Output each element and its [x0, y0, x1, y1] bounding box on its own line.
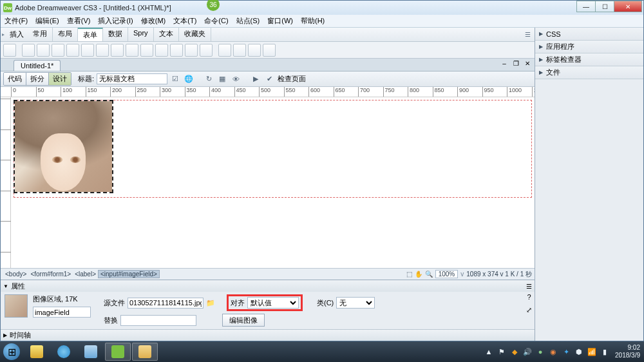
zoom-tool-icon[interactable]: 🔍 — [425, 271, 433, 278]
tab-fav[interactable]: 收藏夹 — [179, 28, 211, 41]
task-ie[interactable] — [51, 343, 77, 361]
check-page-label[interactable]: 检查页面 — [278, 74, 306, 84]
code-view-button[interactable]: 代码 — [4, 73, 26, 85]
tray-net-icon[interactable]: ● — [535, 347, 545, 357]
menu-modify[interactable]: 修改(M) — [141, 16, 166, 26]
design-canvas[interactable] — [11, 97, 535, 268]
name-input[interactable] — [33, 307, 91, 318]
tag-form[interactable]: <form#form1> — [28, 271, 73, 278]
tray-app1-icon[interactable]: ◉ — [548, 347, 558, 357]
menu-edit[interactable]: 编辑(E) — [35, 16, 59, 26]
spry-checkbox-icon[interactable] — [248, 44, 261, 57]
menu-text[interactable]: 文本(T) — [173, 16, 196, 26]
start-button[interactable]: ⊞ — [0, 341, 23, 362]
menu-commands[interactable]: 命令(C) — [204, 16, 228, 26]
spry-textarea-icon[interactable] — [233, 44, 246, 57]
radio-icon[interactable] — [81, 44, 94, 57]
image-icon[interactable] — [140, 44, 153, 57]
tray-app4-icon[interactable]: 📶 — [587, 347, 597, 357]
textfield-icon[interactable] — [22, 44, 35, 57]
panel-app[interactable]: ▶应用程序 — [535, 41, 643, 53]
window-size[interactable]: 1089 x 374 v 1 K / 1 秒 — [466, 270, 532, 279]
alt-input[interactable] — [120, 315, 196, 326]
align-select[interactable]: 默认值 — [247, 297, 299, 309]
menu-help[interactable]: 帮助(H) — [301, 16, 325, 26]
clock[interactable]: 9:022018/3/9 — [615, 344, 640, 359]
list-icon[interactable] — [111, 44, 124, 57]
edit-image-button[interactable]: 编辑图像 — [222, 314, 265, 327]
jump-icon[interactable] — [126, 44, 138, 57]
image-field[interactable] — [14, 100, 113, 193]
class-select[interactable]: 无 — [336, 297, 375, 309]
tab-text[interactable]: 文本 — [154, 28, 179, 41]
task-explorer[interactable] — [24, 343, 50, 361]
tag-label[interactable]: <label> — [73, 271, 98, 278]
tag-input[interactable]: <input#imageField> — [98, 270, 160, 278]
panel-files[interactable]: ▶文件 — [535, 66, 643, 79]
spry-select-icon[interactable] — [263, 44, 276, 57]
menu-window[interactable]: 窗口(W) — [267, 16, 293, 26]
refresh-icon[interactable]: ↻ — [203, 73, 214, 85]
button-icon[interactable] — [170, 44, 183, 57]
visual-aids-icon[interactable]: ▶ — [250, 73, 261, 85]
hidden-icon[interactable] — [37, 44, 50, 57]
form-icon[interactable] — [3, 44, 16, 57]
tray-app3-icon[interactable]: ⬢ — [574, 347, 584, 357]
browser-icon[interactable]: 🌐 — [183, 73, 194, 85]
tray-app2-icon[interactable]: ✦ — [561, 347, 571, 357]
preview-icon[interactable]: 👁 — [230, 73, 242, 85]
expand-icon[interactable]: ▶ — [3, 332, 7, 338]
validate-icon[interactable]: ☑ — [169, 73, 181, 85]
textarea-icon[interactable] — [52, 44, 64, 57]
tab-layout[interactable]: 布局 — [53, 28, 78, 41]
tab-spry[interactable]: Spry — [128, 28, 154, 41]
doc-close[interactable]: ✕ — [523, 60, 532, 67]
panel-tag-inspector[interactable]: ▶标签检查器 — [535, 53, 643, 66]
menu-file[interactable]: 文件(F) — [5, 16, 28, 26]
doc-restore[interactable]: ❐ — [511, 60, 520, 67]
tab-forms[interactable]: 表单 — [78, 28, 103, 41]
task-notes[interactable] — [78, 343, 104, 361]
collapse-icon[interactable]: ▼ — [3, 283, 8, 289]
help-icon[interactable]: ? — [527, 293, 531, 301]
tray-volume-icon[interactable]: 🔊 — [522, 347, 533, 357]
tray-app5-icon[interactable]: ▮ — [600, 347, 610, 357]
tab-common[interactable]: 常用 — [28, 28, 53, 41]
zoom-select[interactable]: 100% — [435, 270, 459, 278]
radiogroup-icon[interactable] — [96, 44, 109, 57]
task-dreamweaver[interactable] — [105, 343, 131, 361]
timeline-panel[interactable]: ▶ 时间轴 — [1, 329, 535, 341]
maximize-button[interactable]: ☐ — [595, 1, 614, 12]
file-icon[interactable] — [155, 44, 168, 57]
panel-menu-icon[interactable]: ☰ — [526, 283, 532, 290]
tab-data[interactable]: 数据 — [103, 28, 128, 41]
src-input[interactable] — [128, 298, 204, 309]
select-tool-icon[interactable]: ⬚ — [406, 271, 412, 278]
tray-up-icon[interactable]: ▲ — [484, 347, 494, 357]
menu-insert[interactable]: 插入记录(I) — [98, 16, 133, 26]
file-mgmt-icon[interactable]: ▦ — [216, 73, 228, 85]
check-icon[interactable]: ✔ — [263, 73, 275, 85]
menu-site[interactable]: 站点(S) — [236, 16, 260, 26]
fieldset-icon[interactable] — [200, 44, 213, 57]
minimize-button[interactable]: — — [576, 1, 596, 12]
quick-tag-icon[interactable]: ⤢ — [526, 306, 532, 314]
split-view-button[interactable]: 拆分 — [26, 73, 49, 85]
document-tab[interactable]: Untitled-1* — [14, 60, 61, 71]
doc-minimize[interactable]: – — [500, 60, 509, 67]
tray-shield-icon[interactable]: ◆ — [509, 347, 520, 357]
panel-handle[interactable]: ▸ — [1, 32, 6, 37]
close-button[interactable]: ✕ — [614, 1, 642, 12]
insert-options-icon[interactable]: ☰ — [521, 31, 535, 38]
label-icon[interactable] — [185, 44, 198, 57]
tag-body[interactable]: <body> — [3, 271, 28, 278]
hand-tool-icon[interactable]: ✋ — [415, 271, 422, 278]
page-title-input[interactable] — [97, 73, 167, 84]
tray-flag-icon[interactable]: ⚑ — [497, 347, 507, 357]
spry-text-icon[interactable] — [218, 44, 231, 57]
design-view-button[interactable]: 设计 — [49, 73, 71, 85]
browse-icon[interactable]: 📁 — [206, 299, 215, 307]
checkbox-icon[interactable] — [66, 44, 79, 57]
menu-view[interactable]: 查看(V) — [67, 16, 91, 26]
panel-css[interactable]: ▶CSS — [535, 28, 643, 41]
